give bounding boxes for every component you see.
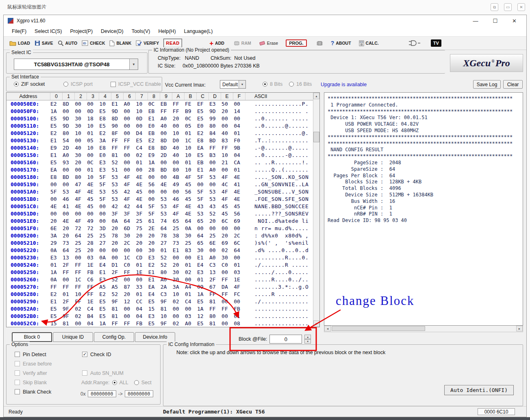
- tab-device-info[interactable]: Device.Info: [135, 332, 175, 342]
- checkbox-icon[interactable]: [15, 361, 20, 366]
- radio-icon[interactable]: [63, 82, 68, 87]
- option-auto-sn-num[interactable]: Auto SN_NUM: [82, 368, 124, 378]
- tab-unique-id[interactable]: Unique ID: [53, 332, 93, 342]
- zif-socket-radio[interactable]: ZIF socket: [14, 81, 45, 87]
- menu-project-p[interactable]: Project(P): [66, 28, 97, 34]
- bits-16-radio[interactable]: 16 Bits: [289, 81, 312, 87]
- checkbox-icon[interactable]: [15, 352, 20, 357]
- hex-row[interactable]: 000051F0:6E 20 72 72 3D 20 6D 75 2E 64 2…: [7, 225, 313, 232]
- hex-row[interactable]: 00005230:E3 13 00 03 0A 00 1C CD E3 52 0…: [7, 254, 313, 261]
- close-button[interactable]: ✕: [512, 18, 517, 24]
- hex-row[interactable]: 00005280:E2 01 10 FF E2 52 20 01 E4 C3 1…: [7, 291, 313, 298]
- option-blank-check[interactable]: Blank Check: [15, 387, 52, 396]
- bits-8-radio[interactable]: 8 Bits: [263, 81, 282, 87]
- hex-row[interactable]: 000052B0:E5 9F 02 B4 E5 81 00 04 E3 10 0…: [7, 313, 313, 320]
- hex-vertical-scrollbar[interactable]: ▲ ▼: [313, 93, 319, 327]
- maximize-button[interactable]: ☐: [493, 18, 497, 24]
- about-button[interactable]: ? ABOUT: [331, 40, 351, 46]
- hex-row[interactable]: 000052A0:E5 9F 02 C4 E5 81 00 04 15 81 0…: [7, 305, 313, 313]
- scroll-down-icon[interactable]: ▼: [313, 320, 319, 327]
- hex-row[interactable]: 00005250:1A FF FF FB E1 2F FF 1E E1 80 3…: [7, 269, 313, 276]
- option-verify-after[interactable]: Verify after: [15, 368, 52, 378]
- hex-rows[interactable]: 000050E0:E2 8D 00 00 10 E1 A0 10 0C EB F…: [7, 100, 313, 327]
- radio-icon[interactable]: [14, 82, 19, 87]
- addr-sect-radio[interactable]: [134, 380, 139, 385]
- check-button[interactable]: ID CHECK: [82, 40, 105, 46]
- log-panel[interactable]: ****************************************…: [324, 92, 523, 326]
- ram-button[interactable]: RAM: [234, 41, 251, 46]
- hex-row[interactable]: 00005210:29 73 25 28 27 20 2C 20 20 27 7…: [7, 239, 313, 247]
- blank-button[interactable]: BLANK: [109, 40, 131, 46]
- tab-block-0[interactable]: Block 0: [12, 332, 52, 342]
- logic-test-button[interactable]: [408, 40, 421, 47]
- load-button[interactable]: LOAD: [9, 40, 30, 46]
- spin-down-icon[interactable]: ▼: [304, 339, 311, 344]
- hex-row[interactable]: 00005290:E1 2F FF 1E E5 9F 12 CC E5 9F 0…: [7, 298, 313, 305]
- hex-row[interactable]: 000050E0:E2 8D 00 00 10 E1 A0 10 0C EB F…: [7, 100, 313, 108]
- option-skip-blank[interactable]: Skip Blank: [15, 378, 52, 387]
- open-external-icon[interactable]: ⧉: [491, 3, 498, 11]
- hex-row[interactable]: 000051B0:00 46 4F 45 5F 53 4F 4E 00 53 4…: [7, 196, 313, 203]
- hex-row[interactable]: 00005100:E5 9D 30 18 E8 8D 00 0D E1 A0 2…: [7, 115, 313, 122]
- erase-button[interactable]: Erase: [259, 40, 278, 46]
- checkbox-icon[interactable]: [111, 82, 116, 87]
- scroll-left-icon[interactable]: ◄: [324, 326, 331, 331]
- hex-row[interactable]: 000051A0:5F 53 4F 4E 53 55 42 45 00 00 0…: [7, 188, 313, 196]
- read-button[interactable]: READ: [163, 39, 182, 48]
- checkbox-icon[interactable]: [15, 380, 20, 385]
- block-file-input[interactable]: [269, 335, 302, 344]
- range-to-input[interactable]: [125, 390, 153, 397]
- add-button[interactable]: + ADD: [209, 40, 224, 47]
- save-log-button[interactable]: Save Log: [473, 80, 501, 89]
- scroll-right-icon[interactable]: ►: [516, 326, 523, 331]
- restore-window-icon[interactable]: ▭: [504, 3, 512, 11]
- hex-editor[interactable]: Address0123456789ABCDEFASCII 000050E0:E2…: [6, 92, 320, 327]
- hex-row[interactable]: 00005140:E9 2D 40 10 E8 FF FF C4 E8 BD 4…: [7, 144, 313, 152]
- vcc-dropdown[interactable]: Default ▼: [220, 80, 246, 89]
- tv-button[interactable]: TV: [431, 39, 441, 47]
- option-erase-before[interactable]: Erase before: [15, 359, 52, 368]
- close-viewer-icon[interactable]: ✕: [517, 3, 525, 11]
- icsp-vcc-checkbox[interactable]: ICSP_VCC Enable: [111, 81, 161, 87]
- hex-row[interactable]: 00005180:E8 BD 80 10 5F 53 4F 4E 00 00 4…: [7, 174, 313, 181]
- calc-button[interactable]: CALC.: [359, 40, 379, 46]
- prog-button[interactable]: PROG.: [286, 39, 306, 47]
- verify-button[interactable]: VERIFY: [136, 40, 159, 46]
- hex-row[interactable]: 000051D0:00 00 00 00 00 3F 3F 3F 5F 53 4…: [7, 210, 313, 218]
- checkbox-icon[interactable]: [15, 370, 20, 376]
- checkbox-icon[interactable]: [15, 389, 20, 394]
- save-button[interactable]: SAVE: [35, 40, 53, 46]
- hex-row[interactable]: 000050F0:1A 00 00 0D E5 9D 00 10 EB FF F…: [7, 108, 313, 115]
- icsp-port-radio[interactable]: ICSP port: [63, 81, 93, 87]
- hex-row[interactable]: 00005270:FF FF FF FF A5 A5 87 33 EA 2A 3…: [7, 283, 313, 291]
- menu-select-ic-s[interactable]: Select IC(S): [30, 28, 66, 34]
- menu-file-f[interactable]: File(F): [8, 28, 30, 34]
- scrollbar-thumb[interactable]: [313, 132, 319, 142]
- auto-identify-button[interactable]: Auto Identi.(ONFI): [444, 385, 514, 395]
- range-from-input[interactable]: [88, 390, 116, 397]
- radio-icon[interactable]: [289, 82, 294, 87]
- clear-button[interactable]: Clear: [503, 80, 523, 89]
- chip-test-button[interactable]: [316, 40, 323, 46]
- tab-config-op[interactable]: Config Op.: [94, 332, 134, 342]
- addr-all-radio[interactable]: [112, 380, 117, 385]
- spin-up-icon[interactable]: ▲: [304, 335, 311, 339]
- hex-row[interactable]: 00005190:00 00 47 4E 5F 53 4F 4E 56 4E 4…: [7, 181, 313, 188]
- option-check-id[interactable]: ✓ Check ID: [82, 350, 111, 359]
- radio-icon[interactable]: [263, 82, 267, 87]
- minimize-button[interactable]: —: [473, 18, 478, 24]
- chevron-down-icon[interactable]: ▼: [129, 59, 138, 70]
- log-horizontal-scrollbar[interactable]: ◄ ►: [324, 326, 523, 332]
- hex-row[interactable]: 00005240:01 2F FF 1E E4 D1 C0 01 E2 52 2…: [7, 261, 313, 269]
- hex-row[interactable]: 00005200:3A 20 64 25 25 78 30 20 20 78 3…: [7, 232, 313, 239]
- hex-row[interactable]: 00005160:E5 93 20 0C E3 52 00 01 1A 00 0…: [7, 159, 313, 166]
- hex-row[interactable]: 00005110:E5 9D 30 10 E5 90 00 00 E0 40 0…: [7, 122, 313, 130]
- chevron-down-icon[interactable]: ▼: [239, 81, 245, 88]
- scrollbar-thumb[interactable]: [332, 326, 425, 331]
- hex-row[interactable]: 00005120:E2 80 10 01 E2 8F 00 D4 EB 00 1…: [7, 130, 313, 137]
- menu-device-d[interactable]: Device(D): [97, 28, 128, 34]
- hex-row[interactable]: 00005220:0A 64 25 20 00 00 00 00 30 01 E…: [7, 247, 313, 254]
- hex-row[interactable]: 00005150:E1 A0 30 00 E0 81 00 02 E9 2D 4…: [7, 152, 313, 159]
- hex-row[interactable]: 000051C0:4E 41 4E 45 00 42 42 44 5F 53 4…: [7, 203, 313, 210]
- menu-help-h[interactable]: Help(H): [154, 28, 180, 34]
